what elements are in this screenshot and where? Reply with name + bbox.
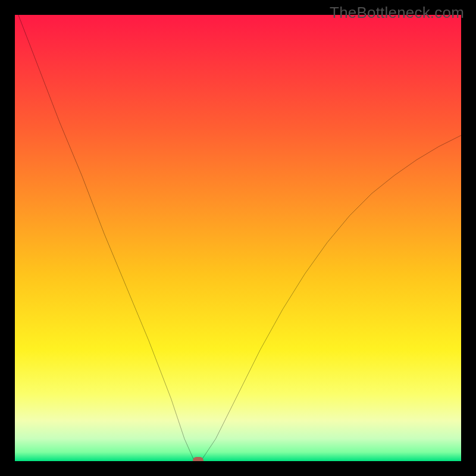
chart-frame: TheBottleneck.com <box>0 0 476 476</box>
watermark-text: TheBottleneck.com <box>330 4 464 22</box>
minimum-marker <box>193 457 203 462</box>
bottleneck-curve <box>15 15 461 461</box>
plot-area <box>15 15 461 461</box>
